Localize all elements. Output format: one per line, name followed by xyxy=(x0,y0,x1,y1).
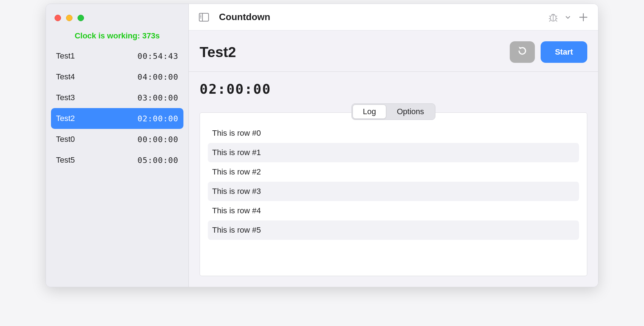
log-row[interactable]: This is row #5 xyxy=(208,220,579,240)
reset-button[interactable] xyxy=(510,41,535,63)
app-window: Clock is working: 373s Test1 00:54:43 Te… xyxy=(46,4,598,287)
sidebar-item-label: Test0 xyxy=(56,135,75,144)
svg-line-12 xyxy=(556,20,557,22)
svg-line-7 xyxy=(549,16,551,17)
sidebar-item-test2[interactable]: Test2 02:00:00 xyxy=(51,108,183,129)
toolbar: Countdown xyxy=(189,4,598,31)
sidebar-item-test0[interactable]: Test0 00:00:00 xyxy=(51,129,183,150)
sidebar-item-label: Test4 xyxy=(56,72,75,82)
detail-tabs: Log Options xyxy=(351,103,436,120)
sidebar-item-time: 03:00:00 xyxy=(137,93,178,102)
log-row[interactable]: This is row #0 xyxy=(208,124,579,143)
svg-rect-0 xyxy=(199,13,209,21)
window-controls xyxy=(46,11,188,26)
tab-options[interactable]: Options xyxy=(386,104,434,119)
log-panel: This is row #0 This is row #1 This is ro… xyxy=(200,112,587,276)
sidebar-toggle-button[interactable] xyxy=(197,11,211,24)
sidebar-item-time: 02:00:00 xyxy=(137,114,178,123)
debug-menu-button[interactable] xyxy=(546,10,561,24)
start-button-label: Start xyxy=(555,47,573,57)
start-button[interactable]: Start xyxy=(541,41,587,63)
sidebar-item-test4[interactable]: Test4 04:00:00 xyxy=(51,66,183,87)
sidebar-item-label: Test1 xyxy=(56,51,75,61)
sidebar-item-label: Test2 xyxy=(56,114,75,123)
log-row[interactable]: This is row #2 xyxy=(208,162,579,182)
svg-line-10 xyxy=(556,16,557,17)
log-row[interactable]: This is row #3 xyxy=(208,182,579,201)
sidebar-item-test3[interactable]: Test3 03:00:00 xyxy=(51,87,183,108)
detail-header: Test2 Start xyxy=(189,31,598,72)
log-list: This is row #0 This is row #1 This is ro… xyxy=(208,124,579,240)
sidebar-item-time: 00:00:00 xyxy=(137,135,178,144)
close-window-button[interactable] xyxy=(55,15,61,21)
sidebar-item-label: Test3 xyxy=(56,93,75,102)
tab-log[interactable]: Log xyxy=(353,104,387,119)
minimize-window-button[interactable] xyxy=(66,15,73,21)
sidebar-item-test1[interactable]: Test1 00:54:43 xyxy=(51,46,183,66)
reset-icon xyxy=(517,46,528,59)
sidebar-item-time: 05:00:00 xyxy=(137,156,178,165)
timer-display: 02:00:00 xyxy=(189,72,598,103)
add-button[interactable] xyxy=(577,10,590,24)
sidebar-item-time: 00:54:43 xyxy=(137,52,178,61)
main-pane: Countdown xyxy=(189,4,598,287)
detail-title: Test2 xyxy=(200,44,236,60)
sidebar-item-label: Test5 xyxy=(56,155,75,165)
log-row[interactable]: This is row #1 xyxy=(208,143,579,162)
svg-line-9 xyxy=(549,20,551,22)
sidebar: Clock is working: 373s Test1 00:54:43 Te… xyxy=(46,4,189,287)
chevron-down-icon[interactable] xyxy=(563,12,573,22)
fullscreen-window-button[interactable] xyxy=(78,15,84,21)
log-row[interactable]: This is row #4 xyxy=(208,201,579,220)
toolbar-title: Countdown xyxy=(219,11,270,23)
sidebar-item-time: 04:00:00 xyxy=(137,73,178,82)
clock-status-label: Clock is working: 373s xyxy=(46,26,188,44)
timer-list: Test1 00:54:43 Test4 04:00:00 Test3 03:0… xyxy=(46,44,188,172)
sidebar-item-test5[interactable]: Test5 05:00:00 xyxy=(51,150,183,171)
